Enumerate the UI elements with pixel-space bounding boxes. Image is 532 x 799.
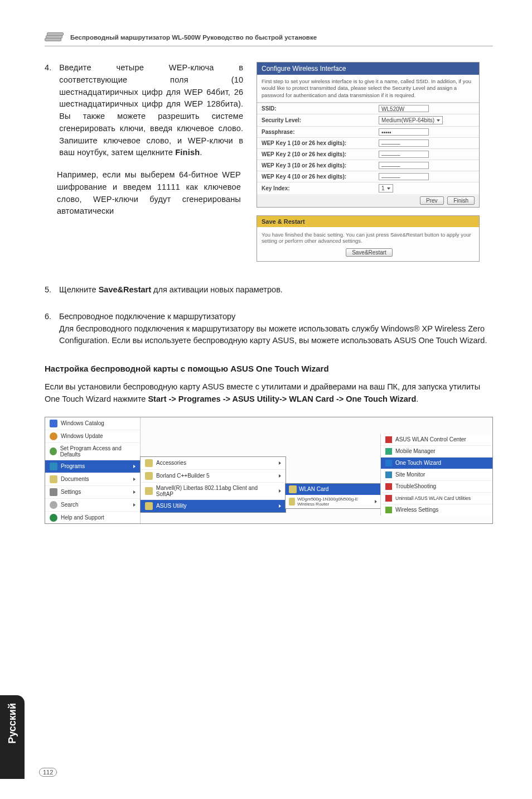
passphrase-input[interactable]: •••••: [379, 128, 429, 136]
step-6-body: Для беспроводного подключения к маршрути…: [59, 324, 487, 345]
wizard-paragraph: Если вы установили беспроводную карту AS…: [45, 381, 493, 406]
menu-label: WDgm500g-1N300g0N500g-E Wireless Router: [297, 497, 373, 507]
menu-item-help[interactable]: Help and Support: [45, 511, 140, 524]
menu-label: ASUS Utility: [156, 503, 186, 509]
menu-label: Mobile Manager: [395, 448, 436, 454]
submenu-accessories[interactable]: Accessories: [141, 457, 286, 469]
menu-label: WLAN Card: [299, 486, 328, 492]
submenu-asus-utility[interactable]: ASUS Utility: [141, 499, 286, 512]
security-value: Medium(WEP-64bits): [381, 117, 434, 123]
wep2-input[interactable]: ––––––: [379, 151, 429, 158]
menu-item-search[interactable]: Search: [45, 498, 140, 511]
step-6: 6. Беспроводное подключение к маршрутиза…: [45, 311, 493, 347]
programs-icon: [50, 463, 57, 470]
right-item-mobile-manager[interactable]: Mobile Manager: [381, 445, 492, 457]
security-select[interactable]: Medium(WEP-64bits): [379, 116, 443, 124]
chevron-right-icon: [279, 474, 281, 478]
wlan-card-submenu: ASUS WLAN Control Center Mobile Manager …: [380, 434, 492, 516]
menu-label: Borland C++Builder 5: [156, 473, 210, 479]
chevron-right-icon: [279, 489, 281, 493]
chevron-right-icon: [133, 465, 136, 468]
wizard-post: .: [416, 394, 418, 403]
menu-label: Windows Catalog: [61, 420, 104, 426]
menu-label: TroubleShooting: [395, 483, 436, 489]
app-icon: [385, 436, 392, 443]
save-restart-button[interactable]: Save&Restart: [346, 248, 393, 257]
submenu-router[interactable]: WDgm500g-1N300g0N500g-E Wireless Router: [286, 495, 380, 508]
app-icon: [385, 483, 392, 490]
step-5-number: 5.: [45, 284, 57, 296]
step-4: 4. Введите четыре WEP-ключа в соответств…: [45, 62, 245, 218]
app-icon: [385, 460, 392, 466]
wep3-label: WEP Key 3 (10 or 26 hex digits):: [262, 162, 379, 169]
menu-item-defaults[interactable]: Set Program Access and Defaults: [45, 442, 140, 460]
keyindex-value: 1: [381, 185, 385, 191]
menu-item-settings[interactable]: Settings: [45, 485, 140, 498]
menu-label: Settings: [61, 489, 81, 495]
menu-label: Uninstall ASUS WLAN Card Utilities: [395, 495, 471, 501]
right-item-control-center[interactable]: ASUS WLAN Control Center: [381, 434, 492, 445]
right-item-troubleshooting[interactable]: TroubleShooting: [381, 480, 492, 492]
submenu-marvell[interactable]: Marvell(R) Libertas 802.11abg Client and…: [141, 482, 286, 499]
menu-item-update[interactable]: Windows Update: [45, 430, 140, 442]
right-item-one-touch-wizard[interactable]: One Touch Wizard: [381, 457, 492, 469]
header-title: Беспроводный маршрутизатор WL-500W Руков…: [70, 34, 317, 41]
book-stack-icon: [45, 31, 65, 44]
section-heading: Настройка беспроводной карты с помощью A…: [45, 364, 493, 373]
menu-label: Search: [61, 502, 79, 508]
panel-title: Configure Wireless Interface: [257, 62, 479, 75]
chevron-down-icon: [437, 119, 440, 122]
folder-icon: [145, 459, 153, 467]
language-tab: Русский: [0, 695, 25, 779]
wep4-label: WEP Key 4 (10 or 26 hex digits):: [262, 174, 379, 180]
ssid-input[interactable]: WL520W: [379, 105, 429, 112]
app-icon: [385, 507, 392, 513]
step-5-bold: Save&Restart: [99, 285, 151, 294]
step-4-body: Введите четыре WEP-ключа в соответствующ…: [59, 62, 243, 159]
right-item-uninstall[interactable]: Uninstall ASUS WLAN Card Utilities: [381, 492, 492, 504]
save-restart-panel: Save & Restart You have finished the bas…: [257, 215, 480, 262]
menu-label: Marvell(R) Libertas 802.11abg Client and…: [156, 485, 275, 497]
right-item-wireless-settings[interactable]: Wireless Settings: [381, 504, 492, 516]
wep4-input[interactable]: ––––––: [379, 173, 429, 180]
wep1-label: WEP Key 1 (10 or 26 hex digits):: [262, 140, 379, 146]
step-5-post: для активации новых параметров.: [151, 285, 283, 294]
menu-item-programs[interactable]: Programs: [45, 460, 140, 473]
chevron-down-icon: [387, 187, 390, 190]
save-restart-title: Save & Restart: [257, 216, 479, 227]
menu-label: Site Monitor: [395, 471, 425, 478]
menu-label: Documents: [61, 476, 89, 482]
menu-label: One Touch Wizard: [395, 460, 441, 466]
step-6-title: Беспроводное подключение к маршрутизатор…: [59, 312, 235, 321]
settings-icon: [50, 488, 57, 496]
right-item-site-monitor[interactable]: Site Monitor: [381, 469, 492, 480]
search-icon: [50, 501, 57, 509]
menu-label: Programs: [61, 463, 85, 469]
wep1-input[interactable]: ––––––: [379, 139, 429, 147]
chevron-right-icon: [133, 490, 136, 494]
submenu-borland[interactable]: Borland C++Builder 5: [141, 469, 286, 482]
step-4-example: Например, если мы выберем 64-битное WEP …: [57, 169, 241, 218]
step-4-text1: Введите четыре WEP-ключа в соответствующ…: [59, 63, 243, 157]
menu-item-documents[interactable]: Documents: [45, 473, 140, 485]
wep3-input[interactable]: ––––––: [379, 162, 429, 169]
step-4-number: 4.: [45, 62, 57, 74]
finish-button[interactable]: Finish: [447, 196, 475, 205]
configure-wireless-panel: Configure Wireless Interface First step …: [257, 62, 480, 208]
chevron-right-icon: [279, 461, 281, 465]
finish-label: Finish: [175, 148, 200, 157]
panel-note: First step to set your wireless interfac…: [257, 75, 479, 103]
menu-label: Windows Update: [61, 433, 103, 439]
prev-button[interactable]: Prev: [420, 196, 444, 205]
keyindex-select[interactable]: 1: [379, 184, 393, 192]
keyindex-label: Key Index:: [262, 185, 379, 191]
menu-label: ASUS WLAN Control Center: [395, 436, 466, 442]
chevron-right-icon: [279, 504, 281, 508]
app-icon: [385, 495, 392, 502]
menu-item-catalog[interactable]: Windows Catalog: [45, 417, 140, 430]
folder-icon: [289, 498, 295, 506]
submenu-wlan-card[interactable]: WLAN Card: [286, 484, 380, 495]
wizard-path: Start -> Programes -> ASUS Utility-> WLA…: [148, 394, 416, 403]
asus-utility-submenu: WLAN Card WDgm500g-1N300g0N500g-E Wirele…: [285, 483, 381, 509]
ssid-label: SSID:: [262, 105, 379, 112]
